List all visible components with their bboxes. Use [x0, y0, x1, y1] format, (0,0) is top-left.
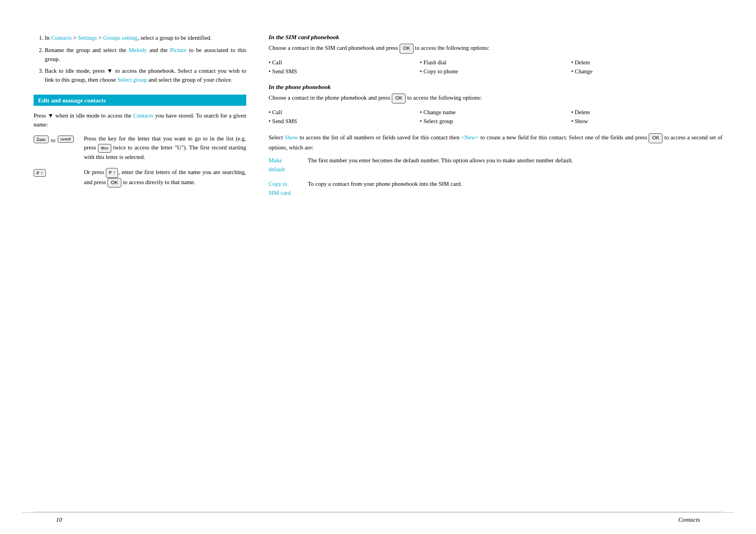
key-row-1: 2abc to uvw9 Press the key for the lette… — [34, 134, 246, 161]
groups-setting-link: Groups setting — [103, 35, 138, 41]
phone-bullet-6: • Show — [571, 117, 722, 127]
make-default-term: Makedefault — [269, 156, 302, 174]
sim-bullet-3: • Delete — [571, 58, 722, 68]
edit-manage-contacts-box: Edit and manage contacts — [34, 95, 246, 106]
key-icon-2: # ↑ — [34, 168, 78, 188]
phone-section-intro: Choose a contact in the phone phonebook … — [269, 93, 722, 104]
phone-bullet-3: • Delete — [571, 108, 722, 118]
ok-btn-phone: OK — [392, 93, 406, 104]
key-icon-1: 2abc to uvw9 — [34, 134, 78, 161]
page: In Contacts > Settings > Groups setting,… — [0, 0, 756, 534]
footer: 10 Contacts — [22, 512, 734, 534]
ok-btn-show: OK — [649, 133, 663, 143]
numbered-list: In Contacts > Settings > Groups setting,… — [34, 34, 246, 85]
make-default-desc: The first number you enter becomes the d… — [308, 156, 722, 174]
copy-to-sim-desc: To copy a contact from your phone phoneb… — [308, 180, 722, 198]
def-make-default: Makedefault The first number you enter b… — [269, 156, 722, 174]
list-item-3: Back to idle mode, press ▼ to access the… — [45, 67, 246, 85]
key-desc-1: Press the key for the letter that you wa… — [84, 134, 246, 161]
new-link: <New> — [461, 134, 479, 140]
contacts-link: Contacts — [51, 35, 72, 41]
right-column: In the SIM card phonebook Choose a conta… — [269, 34, 722, 489]
phone-bullet-5: • Select group — [420, 117, 571, 127]
footer-title: Contacts — [678, 516, 700, 523]
content-area: In Contacts > Settings > Groups setting,… — [0, 0, 756, 512]
melody-link: Melody — [129, 47, 147, 53]
phone-bullet-1: • Call — [269, 108, 420, 118]
section-box-label: Edit and manage contacts — [38, 97, 106, 104]
sim-bullet-2: • Flash dial — [420, 58, 571, 68]
list-item-2: Rename the group and select the Melody a… — [45, 46, 246, 64]
def-copy-to-sim: Copy toSIM card To copy a contact from y… — [269, 180, 722, 198]
show-description: Select Show to access the list of all nu… — [269, 133, 722, 152]
section-intro: Press ▼ when in idle mode to access the … — [34, 111, 246, 129]
contacts-ref: Contacts — [133, 113, 154, 119]
copy-to-sim-term: Copy toSIM card — [269, 180, 302, 198]
list-item-1: In Contacts > Settings > Groups setting,… — [45, 34, 246, 43]
phone-bullet-4: • Send SMS — [269, 117, 420, 127]
sim-section-intro: Choose a contact in the SIM card phonebo… — [269, 44, 722, 54]
phone-bullets: • Call • Change name • Delete • Send SMS… — [269, 108, 722, 127]
sim-section-title: In the SIM card phonebook — [269, 34, 722, 40]
key-row-2: # ↑ Or press # ↑, enter the first letter… — [34, 168, 246, 188]
sim-bullet-5: • Copy to phone — [420, 67, 571, 77]
key-desc-2: Or press # ↑, enter the first letters of… — [84, 168, 246, 188]
key-uvw9: uvw9 — [58, 135, 74, 143]
settings-link: Settings — [78, 35, 97, 41]
sim-bullet-1: • Call — [269, 58, 420, 68]
phone-bullet-2: • Change name — [420, 108, 571, 118]
phone-section-title: In the phone phonebook — [269, 83, 722, 90]
key-hash-inline: # ↑ — [106, 168, 118, 178]
sim-bullet-6: • Change — [571, 67, 722, 77]
footer-page-number: 10 — [56, 516, 62, 523]
key-hash: # ↑ — [34, 169, 46, 177]
left-column: In Contacts > Settings > Groups setting,… — [34, 34, 246, 489]
ok-btn-left: OK — [107, 178, 121, 188]
select-group-link: Select group — [118, 77, 147, 83]
sim-bullet-4: • Send SMS — [269, 67, 420, 77]
key-8tuv-inline: 8tuv — [98, 144, 111, 153]
key-2abc: 2abc — [34, 135, 49, 143]
ok-btn-sim: OK — [400, 44, 414, 54]
sim-bullets: • Call • Flash dial • Delete • Send SMS … — [269, 58, 722, 77]
show-link: Show — [285, 134, 298, 140]
picture-link: Picture — [170, 47, 187, 53]
